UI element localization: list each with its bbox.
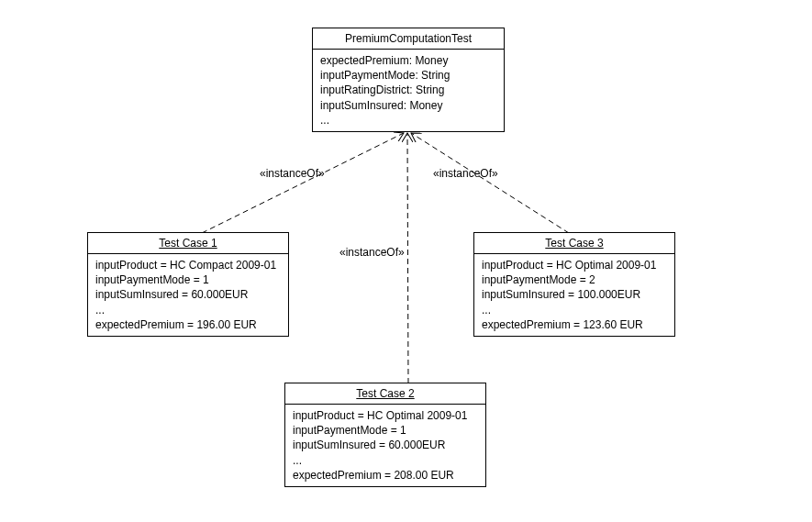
instance-slot: ... (95, 303, 281, 317)
instance-body: inputProduct = HC Optimal 2009-01 inputP… (474, 254, 674, 336)
instance-slot: inputPaymentMode = 1 (293, 423, 478, 438)
stereotype-label-3: «instanceOf» (433, 167, 498, 180)
instance-test-case-2: Test Case 2 inputProduct = HC Optimal 20… (284, 383, 486, 487)
instance-title: Test Case 2 (285, 383, 485, 405)
instance-body: inputProduct = HC Compact 2009-01 inputP… (88, 254, 288, 336)
instance-slot: inputPaymentMode = 1 (95, 272, 281, 287)
instance-slot: inputPaymentMode = 2 (482, 272, 667, 287)
instance-slot: expectedPremium = 208.00 EUR (293, 468, 478, 483)
instance-slot: expectedPremium = 123.60 EUR (482, 317, 667, 332)
instance-body: inputProduct = HC Optimal 2009-01 inputP… (285, 405, 485, 486)
class-attr: expectedPremium: Money (320, 53, 496, 68)
instance-title: Test Case 1 (88, 233, 288, 254)
class-title: PremiumComputationTest (313, 28, 504, 50)
instance-slot: expectedPremium = 196.00 EUR (95, 317, 281, 332)
class-attr: inputPaymentMode: String (320, 68, 496, 83)
instance-slot: ... (482, 303, 667, 317)
instance-test-case-1: Test Case 1 inputProduct = HC Compact 20… (87, 232, 289, 337)
svg-line-0 (202, 133, 404, 233)
instance-slot: ... (293, 453, 478, 468)
instance-slot: inputSumInsured = 100.000EUR (482, 287, 667, 302)
class-body: expectedPremium: Money inputPaymentMode:… (313, 50, 504, 131)
svg-line-2 (407, 133, 408, 383)
stereotype-label-1: «instanceOf» (260, 167, 325, 180)
instance-test-case-3: Test Case 3 inputProduct = HC Optimal 20… (473, 232, 675, 337)
instance-slot: inputProduct = HC Optimal 2009-01 (482, 258, 667, 272)
svg-line-1 (411, 133, 569, 233)
stereotype-label-2: «instanceOf» (339, 246, 405, 259)
class-premium-computation-test: PremiumComputationTest expectedPremium: … (312, 28, 505, 132)
instance-slot: inputProduct = HC Compact 2009-01 (95, 258, 281, 272)
class-attr: inputRatingDistrict: String (320, 83, 496, 97)
instance-title: Test Case 3 (474, 233, 674, 254)
instance-slot: inputSumInsured = 60.000EUR (293, 438, 478, 452)
class-attr: ... (320, 113, 496, 128)
instance-slot: inputSumInsured = 60.000EUR (95, 287, 281, 302)
class-attr: inputSumInsured: Money (320, 98, 496, 113)
instance-slot: inputProduct = HC Optimal 2009-01 (293, 408, 478, 423)
